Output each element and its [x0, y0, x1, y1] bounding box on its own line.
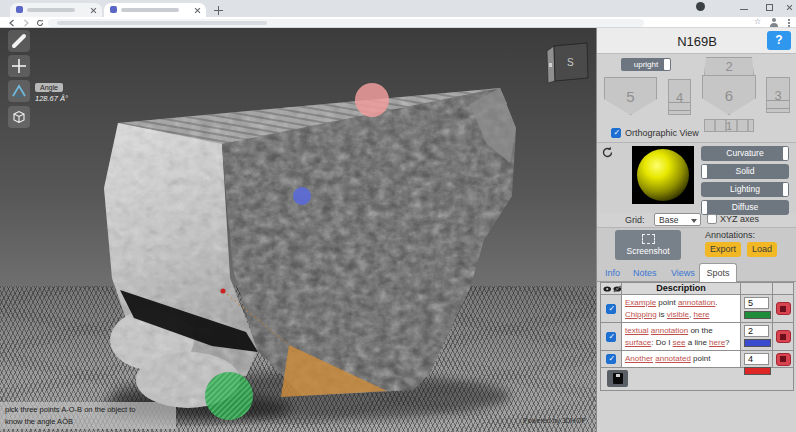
material-section: CurvatureSolidLightingDiffuse — [597, 142, 796, 213]
measure-point[interactable] — [221, 289, 226, 294]
control-sidebar: N169B ? upright 2 5 4 6 3 1 Orthographic… — [596, 28, 796, 432]
window-close-icon[interactable] — [786, 4, 793, 11]
pink-spot-annotation[interactable] — [355, 83, 389, 117]
save-annotations-button[interactable] — [607, 370, 628, 387]
mode-button-lighting[interactable]: Lighting — [701, 182, 789, 197]
measure-tool-button[interactable] — [8, 30, 30, 52]
pick-point-tool-button[interactable] — [8, 55, 30, 77]
sidebar-header: N169B ? — [597, 28, 796, 54]
delete-spot-button[interactable] — [776, 330, 791, 343]
mode-button-curvature[interactable]: Curvature — [701, 146, 789, 161]
browser-menu-icon[interactable] — [788, 19, 790, 21]
browser-tab-1[interactable] — [10, 3, 102, 17]
view-face-button-2[interactable]: 2 — [704, 57, 754, 76]
3d-viewport[interactable]: S Angle 128.67 Â° — [0, 28, 596, 432]
view-selector-section: upright 2 5 4 6 3 1 Orthographic View — [597, 54, 796, 142]
show-all-eye-icon[interactable] — [603, 285, 612, 293]
window-minimize-icon[interactable] — [740, 9, 748, 10]
grid-options-row: Grid: Base XYZ axes — [597, 213, 796, 227]
tab-title-blurred — [121, 8, 179, 12]
spot-row: textual annotation on the surface: Do I … — [601, 323, 793, 351]
orthographic-view-checkbox[interactable] — [611, 128, 621, 138]
blue-spot-annotation[interactable] — [293, 187, 311, 205]
green-spot-hatch — [205, 372, 253, 420]
tab-notes[interactable]: Notes — [633, 268, 657, 278]
delete-icon — [780, 306, 786, 312]
window-maximize-icon[interactable] — [766, 4, 773, 11]
back-icon[interactable] — [8, 19, 16, 27]
angle-tool-button[interactable] — [8, 80, 30, 102]
reset-view-icon[interactable] — [601, 146, 614, 159]
reload-icon[interactable] — [36, 19, 44, 27]
delete-spot-button[interactable] — [776, 302, 791, 315]
view-face-button-3[interactable]: 3 — [766, 77, 790, 113]
address-input[interactable] — [48, 19, 644, 27]
spot-description: Example point annotation. Chipping is vi… — [621, 295, 741, 322]
new-tab-icon[interactable] — [214, 6, 223, 15]
spot-visible-checkbox[interactable] — [606, 304, 616, 314]
spots-table-header: Description — [601, 283, 793, 295]
help-button[interactable]: ? — [767, 31, 791, 50]
profile-avatar[interactable] — [696, 2, 705, 11]
hide-all-eye-off-icon[interactable] — [613, 285, 622, 293]
browser-tab-2-active[interactable] — [104, 3, 206, 17]
mode-button-solid[interactable]: Solid — [701, 164, 789, 179]
screenshot-button[interactable]: Screenshot — [615, 230, 681, 260]
navigation-cube[interactable]: S — [547, 43, 588, 83]
view-face-button-5[interactable]: 5 — [604, 77, 657, 115]
annotation-link[interactable]: here — [709, 338, 725, 347]
spot-color-swatch[interactable] — [744, 367, 771, 375]
close-tab-icon[interactable] — [90, 7, 97, 14]
application-window: ☆ — [0, 0, 796, 432]
spot-number-input[interactable]: 2 — [744, 325, 769, 337]
spot-number-input[interactable]: 5 — [744, 297, 769, 309]
annotation-link[interactable]: Chipping — [625, 310, 657, 319]
forward-icon[interactable] — [22, 19, 30, 27]
export-annotations-button[interactable]: Export — [705, 242, 741, 257]
annotation-link[interactable]: see — [673, 338, 686, 347]
spot-color-swatch[interactable] — [744, 311, 771, 319]
tab-info[interactable]: Info — [605, 268, 620, 278]
spot-visible-checkbox[interactable] — [606, 354, 616, 364]
annotation-link[interactable]: visible — [667, 310, 689, 319]
profile-icon[interactable] — [769, 18, 778, 27]
spot-row: Another annotated point4 — [601, 351, 793, 368]
view-face-button-6[interactable]: 6 — [702, 75, 756, 115]
spot-number-input[interactable]: 4 — [744, 353, 769, 365]
spot-color-swatch[interactable] — [744, 339, 771, 347]
grid-select-dropdown[interactable]: Base — [654, 213, 701, 226]
favicon-icon — [16, 6, 23, 13]
spot-visible-checkbox[interactable] — [606, 332, 616, 342]
tab-spots[interactable]: Spots — [699, 263, 737, 282]
cube-tool-button[interactable] — [8, 106, 30, 128]
annotation-link[interactable]: Example — [625, 298, 656, 307]
bookmark-star-icon[interactable]: ☆ — [754, 18, 761, 26]
screenshot-frame-icon — [642, 234, 655, 244]
tooltip-line-2: know the angle AÔB — [5, 416, 171, 428]
annotation-link[interactable]: surface — [625, 338, 651, 347]
view-face-button-4[interactable]: 4 — [668, 79, 691, 115]
view-face-button-1[interactable]: 1 — [704, 119, 754, 132]
tab-views[interactable]: Views — [671, 268, 695, 278]
annotation-link[interactable]: annotation — [651, 326, 688, 335]
save-disk-icon — [613, 373, 623, 384]
delete-spot-button[interactable] — [776, 353, 791, 366]
upright-label: upright — [634, 60, 658, 69]
annotation-link[interactable]: annotated — [655, 354, 691, 363]
material-preview[interactable] — [632, 146, 694, 204]
annotation-link[interactable]: Another — [625, 354, 653, 363]
close-tab-icon[interactable] — [194, 7, 201, 14]
annotation-link[interactable]: annotation — [678, 298, 715, 307]
description-text: : Do I — [651, 338, 672, 347]
powered-by-credit: Powered by 3DHOP — [523, 417, 586, 424]
upright-toggle-button[interactable]: upright — [621, 58, 671, 71]
xyz-axes-checkbox[interactable] — [707, 214, 717, 224]
delete-icon — [780, 356, 786, 362]
annotation-link[interactable]: textual — [625, 326, 649, 335]
description-text: is — [657, 310, 667, 319]
annotation-link[interactable]: here — [694, 310, 710, 319]
spots-table: Description Example point annotation. Ch… — [600, 282, 794, 391]
browser-chrome: ☆ — [0, 0, 796, 28]
tab-title-blurred — [27, 8, 75, 12]
load-annotations-button[interactable]: Load — [747, 242, 777, 257]
